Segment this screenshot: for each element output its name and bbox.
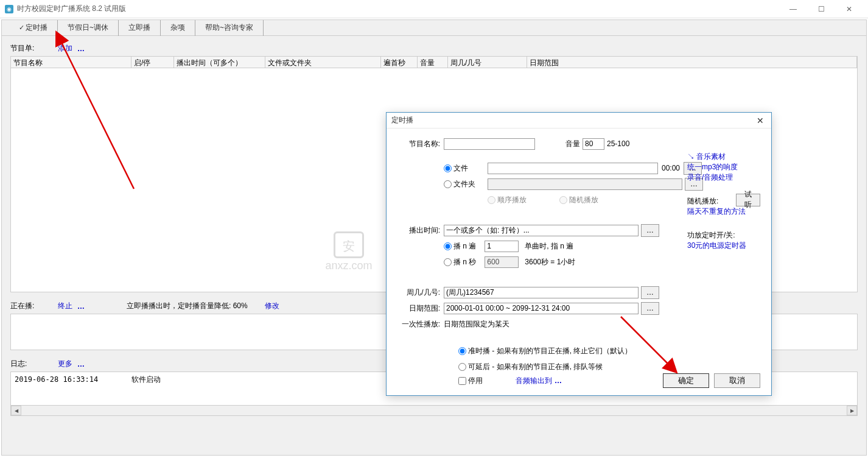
volume-label: 音量 — [565, 139, 580, 149]
playtime-input[interactable] — [444, 225, 639, 236]
col-skip: 遍首秒 — [381, 57, 418, 68]
folder-radio[interactable]: 文件夹 — [444, 179, 475, 189]
daterange-label: 日期范围: — [397, 303, 440, 314]
cancel-button[interactable]: 取消 — [714, 373, 760, 388]
weekday-browse-button[interactable]: … — [641, 286, 659, 299]
delay-radio[interactable]: 可延后 - 如果有别的节目正在播, 排队等候 — [458, 362, 603, 372]
audio-out-link[interactable]: 音频输出到 — [516, 376, 552, 386]
col-daterange: 日期范围 — [527, 57, 857, 68]
titlebar: ◉ 时方校园定时广播系统 8.2 试用版 — ☐ ✕ — [0, 0, 868, 18]
program-list-label: 节目单: — [10, 43, 53, 54]
daterange-input[interactable] — [444, 303, 639, 314]
disable-checkbox[interactable]: 停用 — [458, 376, 483, 386]
playtime-browse-button[interactable]: … — [641, 224, 659, 237]
maximize-button[interactable]: ☐ — [807, 0, 835, 18]
more-icon[interactable]: … — [77, 360, 85, 368]
col-onoff: 启/停 — [131, 57, 174, 68]
once-note: 日期范围限定为某天 — [444, 319, 509, 329]
seq-play-radio: 顺序播放 — [488, 195, 527, 205]
add-more-icon[interactable]: … — [77, 44, 85, 53]
music-material-link[interactable]: ↘ 音乐素材 — [687, 152, 760, 162]
tab-scheduled[interactable]: 定时播 — [9, 20, 58, 36]
dialog-close-icon[interactable]: ✕ — [754, 116, 766, 125]
playtime-label: 播出时间: — [397, 225, 440, 236]
timely-radio[interactable]: 准时播 - 如果有别的节目正在播, 终止它们（默认） — [458, 346, 632, 356]
name-label: 节目名称: — [397, 139, 440, 149]
file-path-input[interactable] — [488, 163, 658, 174]
daterange-browse-button[interactable]: … — [641, 302, 659, 315]
log-label: 日志: — [10, 359, 53, 369]
dialog-title: 定时播 — [391, 115, 413, 125]
play-n-times-note: 单曲时, 指 n 遍 — [525, 241, 573, 252]
rand-label: 随机播放: — [687, 196, 760, 206]
play-n-sec-note: 3600秒 = 1小时 — [525, 257, 575, 267]
col-playtime: 播出时间（可多个） — [174, 57, 265, 68]
modify-link[interactable]: 修改 — [265, 301, 279, 311]
stop-more-icon[interactable]: … — [77, 302, 85, 311]
tab-misc[interactable]: 杂项 — [161, 20, 195, 36]
instant-note: 立即播播出时，定时播音量降低: 60% — [127, 301, 248, 311]
play-n-sec-input — [485, 256, 519, 268]
play-n-times-input[interactable] — [485, 241, 519, 252]
tab-holiday[interactable]: 节假日~调休 — [58, 20, 119, 36]
col-weekday: 周几/几号 — [448, 57, 527, 68]
side-links: ↘ 音乐素材 统一mp3的响度 录音/音频处理 随机播放: 隔天不重复的方法 功… — [687, 152, 760, 264]
col-file: 文件或文件夹 — [265, 57, 381, 68]
close-button[interactable]: ✕ — [835, 0, 863, 18]
window-title: 时方校园定时广播系统 8.2 试用版 — [17, 4, 779, 14]
play-n-sec-radio[interactable]: 播 n 秒 — [444, 257, 476, 267]
minimize-button[interactable]: — — [779, 0, 807, 18]
record-link[interactable]: 录音/音频处理 — [687, 172, 760, 183]
amp-label: 功放定时开/关: — [687, 230, 760, 241]
col-volume: 音量 — [418, 57, 448, 68]
tabbar: 定时播 节假日~调休 立即播 杂项 帮助~咨询专家 — [2, 20, 866, 36]
program-grid-header: 节目名称 启/停 播出时间（可多个） 文件或文件夹 遍首秒 音量 周几/几号 日… — [10, 56, 858, 68]
rand-play-radio: 随机播放 — [559, 195, 598, 205]
add-link[interactable]: 添加 — [58, 43, 72, 54]
file-radio[interactable]: 文件 — [444, 163, 468, 174]
weekday-label: 周几/几号: — [397, 287, 440, 298]
rand-link[interactable]: 隔天不重复的方法 — [687, 206, 760, 217]
play-n-times-radio[interactable]: 播 n 遍 — [444, 241, 476, 252]
folder-path-input — [488, 178, 682, 190]
log-scrollbar[interactable]: ◀▶ — [10, 406, 858, 416]
volume-input[interactable] — [583, 138, 604, 150]
log-time: 2019-06-28 16:33:14 — [15, 375, 98, 384]
lock-icon — [334, 231, 364, 258]
more-link[interactable]: 更多 — [58, 359, 72, 369]
scheduled-dialog: 定时播 ✕ 节目名称: 音量 25-100 文件 00:00 … — [386, 112, 772, 396]
log-text: 软件启动 — [131, 375, 161, 384]
weekday-input[interactable] — [444, 287, 639, 298]
name-input[interactable] — [444, 138, 535, 150]
audio-out-more-icon[interactable]: … — [555, 376, 562, 385]
amp-link[interactable]: 30元的电源定时器 — [687, 241, 760, 251]
stop-link[interactable]: 终止 — [58, 301, 72, 311]
file-time: 00:00 — [662, 164, 680, 172]
once-label: 一次性播放: — [397, 319, 440, 329]
volume-range: 25-100 — [607, 139, 629, 148]
unify-mp3-link[interactable]: 统一mp3的响度 — [687, 162, 760, 172]
tab-instant[interactable]: 立即播 — [119, 20, 161, 36]
tab-help[interactable]: 帮助~咨询专家 — [195, 20, 264, 36]
col-name: 节目名称 — [11, 57, 131, 68]
now-playing-label: 正在播: — [10, 301, 53, 311]
app-icon: ◉ — [5, 5, 13, 13]
ok-button[interactable]: 确定 — [663, 373, 709, 388]
